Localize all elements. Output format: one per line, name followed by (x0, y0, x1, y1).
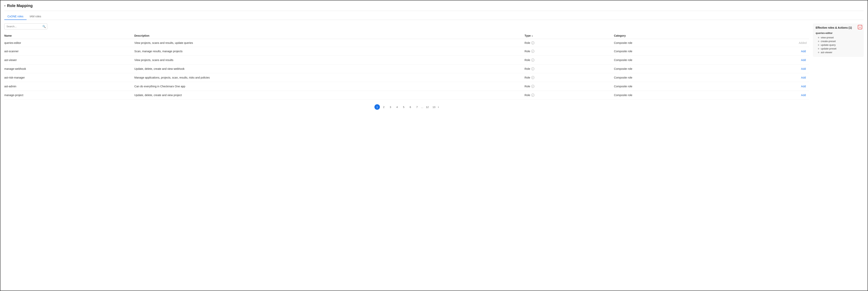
role-group-name: queries-editor (816, 32, 861, 35)
table-header-row: Name Description Type ∨ Category (4, 33, 809, 39)
role-sub-item: create-preset (816, 39, 861, 43)
cell-name: manage-project (4, 91, 134, 100)
cell-type: Role i (524, 82, 614, 91)
col-header-description: Description (134, 33, 525, 39)
info-icon[interactable]: i (531, 76, 534, 79)
add-role-button[interactable]: Add (800, 84, 807, 88)
cell-category: Composite role (614, 73, 744, 82)
added-label: Added (799, 41, 807, 44)
add-role-button[interactable]: Add (800, 58, 807, 62)
role-sub-item: view-preset (816, 36, 861, 39)
cell-name: manage-webhook (4, 65, 134, 73)
type-value: Role (524, 50, 530, 53)
add-role-button[interactable]: Add (800, 93, 807, 97)
cell-description: Manage applications, projects, scan, res… (134, 73, 525, 82)
table-row: queries-editor View projects, scans and … (4, 39, 809, 47)
page-btn-13[interactable]: 13 (431, 104, 437, 110)
cell-category: Composite role (614, 65, 744, 73)
cell-description: View projects, scans and results, update… (134, 39, 525, 47)
col-header-action (744, 33, 809, 39)
cell-description: View projects, scans and results (134, 56, 525, 65)
tab-cxone-roles[interactable]: CxONE roles (4, 13, 27, 20)
cell-action: Add (744, 82, 809, 91)
cell-type: Role i (524, 65, 614, 73)
bullet-icon (818, 41, 819, 42)
info-icon[interactable]: i (531, 94, 534, 97)
info-icon[interactable]: i (531, 85, 534, 88)
info-icon[interactable]: i (531, 50, 534, 53)
bullet-icon (818, 44, 819, 46)
col-header-category: Category (614, 33, 744, 39)
table-row: ast-risk-manager Manage applications, pr… (4, 73, 809, 82)
page-btn-7[interactable]: 7 (414, 104, 420, 110)
role-items-container: view-preset create-preset update-query u… (816, 36, 861, 54)
chevron-icon[interactable]: ▾ (4, 4, 5, 7)
table-row: ast-admin Can do everything in Checkmarx… (4, 82, 809, 91)
main-layout: 🔍 Name Description Type ∨ Category (4, 24, 864, 113)
cell-name: ast-admin (4, 82, 134, 91)
search-button[interactable]: 🔍 (42, 25, 46, 28)
add-role-button[interactable]: Add (800, 49, 807, 53)
cell-type: Role i (524, 47, 614, 56)
role-item-label: ast-viewer (821, 51, 832, 54)
cell-action: Add (744, 47, 809, 56)
type-value: Role (524, 59, 530, 62)
type-value: Role (524, 41, 530, 44)
info-icon[interactable]: i (531, 59, 534, 62)
search-input-wrapper: 🔍 (4, 24, 47, 29)
page-next-button[interactable]: › (438, 105, 439, 109)
search-input[interactable] (4, 24, 47, 29)
table-row: manage-webhook Update, delete, create an… (4, 65, 809, 73)
page-btn-2[interactable]: 2 (381, 104, 386, 110)
cell-type: Role i (524, 39, 614, 47)
page-title: Role Mapping (7, 3, 33, 8)
page-container: ▾ Role Mapping CxONE roles IAM roles 🔍 N… (0, 0, 868, 116)
cell-category: Composite role (614, 39, 744, 47)
type-value: Role (524, 94, 530, 97)
tab-iam-roles[interactable]: IAM roles (27, 13, 44, 20)
cell-action: Add (744, 73, 809, 82)
page-btn-6[interactable]: 6 (408, 104, 413, 110)
cell-category: Composite role (614, 47, 744, 56)
role-sub-item: ast-viewer (816, 50, 861, 54)
sort-icon[interactable]: ∨ (531, 35, 533, 37)
role-item-label: update-query (821, 43, 836, 46)
info-icon[interactable]: i (531, 41, 534, 44)
role-sub-item: update-query (816, 43, 861, 47)
effective-roles-panel: Effective roles & Actions (1) × queries-… (813, 24, 864, 57)
page-btn-5[interactable]: 5 (401, 104, 406, 110)
role-item-label: create-preset (821, 40, 836, 43)
close-button[interactable]: × (858, 25, 862, 29)
add-role-button[interactable]: Add (800, 67, 807, 71)
right-panel: Effective roles & Actions (1) × queries-… (813, 24, 864, 113)
cell-type: Role i (524, 56, 614, 65)
cell-type: Role i (524, 91, 614, 100)
roles-table: Name Description Type ∨ Category queries… (4, 33, 809, 100)
page-dots: … (421, 106, 424, 109)
cell-type: Role i (524, 73, 614, 82)
bullet-icon (818, 37, 819, 38)
role-item-label: update-preset (821, 47, 836, 50)
cell-name: ast-scanner (4, 47, 134, 56)
bullet-icon (818, 48, 819, 49)
info-icon[interactable]: i (531, 67, 534, 70)
table-row: manage-project Update, delete, create an… (4, 91, 809, 100)
cell-action: Add (744, 56, 809, 65)
type-label: Type (524, 34, 531, 37)
page-btn-12[interactable]: 12 (425, 104, 430, 110)
search-container: 🔍 (4, 24, 809, 29)
add-role-button[interactable]: Add (800, 76, 807, 79)
type-value: Role (524, 67, 530, 70)
cell-action: Added (744, 39, 809, 47)
tabs-container: CxONE roles IAM roles (4, 13, 864, 20)
role-item-label: view-preset (821, 36, 834, 39)
page-btn-3[interactable]: 3 (388, 104, 393, 110)
col-header-name: Name (4, 33, 134, 39)
pagination: 1 2 3 4 5 6 7 … 12 13 › (4, 104, 809, 113)
page-btn-1[interactable]: 1 (374, 104, 380, 110)
cell-description: Update, delete, create and view webhook (134, 65, 525, 73)
cell-name: ast-risk-manager (4, 73, 134, 82)
page-btn-4[interactable]: 4 (394, 104, 400, 110)
cell-description: Update, delete, create and view project (134, 91, 525, 100)
col-header-type[interactable]: Type ∨ (524, 33, 614, 39)
